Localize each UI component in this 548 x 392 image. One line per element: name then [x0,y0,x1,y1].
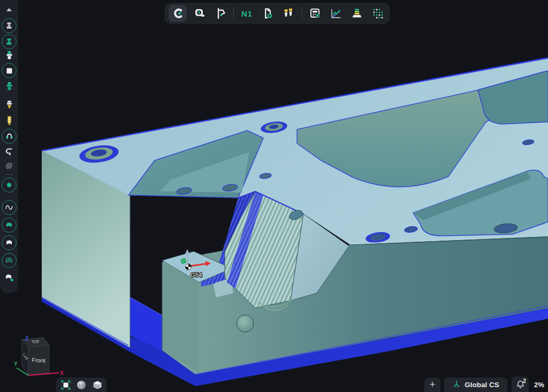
stock-box-icon[interactable] [2,63,17,78]
mesh-surface-icon[interactable] [2,253,17,268]
shaded-sphere-icon[interactable] [75,379,88,391]
sheet-bend-icon[interactable] [2,145,17,158]
hatch-region-icon[interactable] [2,160,17,172]
progress-indicator: 2% [534,381,544,389]
press-stack-icon[interactable] [349,5,365,21]
tool-holder-outline-icon[interactable] [2,18,17,33]
endmill-green-icon[interactable] [2,80,17,92]
sidebar-divider [5,174,13,175]
notification-count: 2 [523,378,526,384]
tool-holder-filled-icon[interactable] [2,34,17,49]
nc-block-button[interactable]: N1 [239,5,255,21]
axis-x-label: X [60,370,64,376]
endmill-small-icon[interactable] [2,49,17,61]
cs-triad-icon [452,380,461,390]
toolbar-divider [233,7,234,20]
shaded-cube-icon[interactable] [91,379,104,391]
post-document-icon[interactable] [260,5,276,21]
notifications-button[interactable]: 2 [512,376,529,392]
top-toolbar: N1 [165,3,390,24]
axis-y-label: Y [14,361,18,367]
coordinate-system-button[interactable]: Global CS [444,378,507,392]
measure-tape-icon[interactable] [192,5,208,21]
cad-model: G54 [0,0,548,392]
probe-icon[interactable] [2,129,17,144]
nc-block-label: N1 [241,9,252,18]
surface-point-icon[interactable] [2,270,17,285]
point-icon[interactable] [2,178,17,193]
surface-outline-icon[interactable] [2,235,17,250]
dot-matrix-icon[interactable] [370,5,386,21]
calculator-icon[interactable] [307,5,323,21]
coordinate-system-label: Global CS [465,381,499,389]
cube-front-label: Front [32,357,45,364]
wcs-label: G54 [191,272,202,278]
display-mode-toolbar [56,378,106,392]
scroll-up-icon[interactable] [2,5,17,14]
axis-z-label: Z [25,336,28,342]
add-button[interactable]: + [424,378,440,392]
model-viewport[interactable]: G54 [0,0,548,392]
surface-filled-icon[interactable] [2,218,17,233]
analysis-chart-icon[interactable] [328,5,344,21]
spline-icon[interactable] [2,200,17,215]
selection-frame-icon[interactable] [59,379,72,391]
toolbar-divider [302,7,302,20]
stock-clamp-icon[interactable] [169,5,187,22]
thread-mill-icon[interactable] [2,114,17,127]
countersink-tool-icon[interactable] [2,98,17,111]
tool-pair-icon[interactable] [280,5,296,21]
caliper-icon[interactable] [212,5,229,21]
left-toolbar [0,0,18,293]
